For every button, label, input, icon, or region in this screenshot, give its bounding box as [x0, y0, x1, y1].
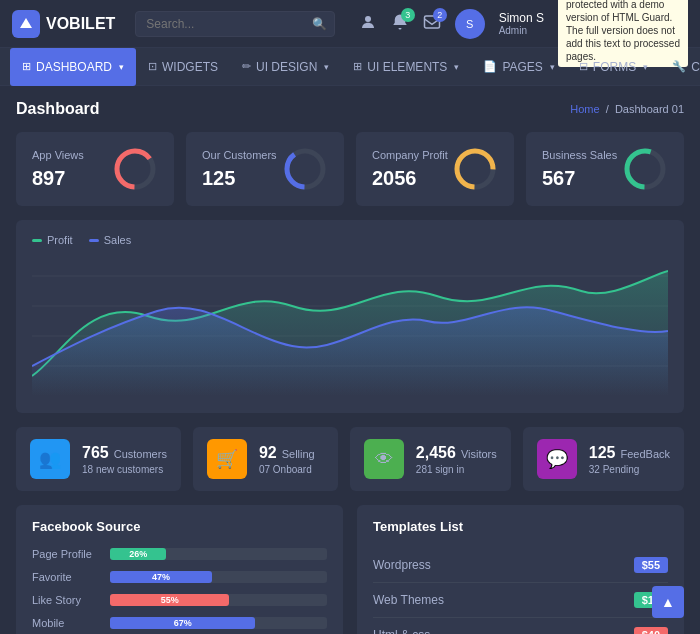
fb-bar-wrap: 67%	[110, 617, 327, 629]
nav-icon: ✏	[242, 60, 251, 73]
stat-card-0: App Views 897	[16, 132, 174, 206]
bottom-stat-0: 👥 765 Customers 18 new customers	[16, 427, 181, 491]
breadcrumb-home[interactable]: Home	[570, 103, 599, 115]
stat-label: Company Profit	[372, 149, 448, 161]
nav-arrow-icon: ▾	[643, 62, 648, 72]
bell-icon-btn[interactable]: 3	[391, 13, 409, 34]
legend-label: Profit	[47, 234, 73, 246]
fb-label: Like Story	[32, 594, 100, 606]
nav-arrow-icon: ▾	[324, 62, 329, 72]
mail-icon-btn[interactable]: 2	[423, 13, 441, 34]
fb-bar: 47%	[110, 571, 212, 583]
bstat-main: 765	[82, 444, 109, 462]
nav-item-ui-elements[interactable]: ⊞UI ELEMENTS▾	[341, 48, 471, 86]
fb-label: Favorite	[32, 571, 100, 583]
bstat-icon: 💬	[537, 439, 577, 479]
donut-chart	[452, 146, 498, 192]
page-title: Dashboard	[16, 100, 100, 118]
stat-label: Our Customers	[202, 149, 277, 161]
fb-row-3: Mobile 67%	[32, 617, 327, 629]
legend-item-profit: Profit	[32, 234, 73, 246]
nav-icon: 📄	[483, 60, 497, 73]
nav-label: FORMS	[593, 60, 636, 74]
bstat-main: 125	[589, 444, 616, 462]
lower-panels: Facebook Source Page Profile 26% Favorit…	[16, 505, 684, 634]
bstat-main: 2,456	[416, 444, 456, 462]
nav-arrow-icon: ▾	[550, 62, 555, 72]
fb-row-2: Like Story 55%	[32, 594, 327, 606]
stat-card-1: Our Customers 125	[186, 132, 344, 206]
donut-chart	[112, 146, 158, 192]
nav-icon: 🔧	[672, 60, 686, 73]
user-name: Simon S	[499, 11, 544, 25]
breadcrumb-current: Dashboard 01	[615, 103, 684, 115]
fb-label: Mobile	[32, 617, 100, 629]
bstat-sub: 18 new customers	[82, 464, 167, 475]
tpl-price: $40	[634, 627, 668, 634]
legend-dot	[89, 239, 99, 242]
nav-icon: ⊟	[579, 60, 588, 73]
mail-badge: 2	[433, 8, 447, 22]
fb-bar-wrap: 55%	[110, 594, 327, 606]
nav-item-dashboard[interactable]: ⊞DASHBOARD▾	[10, 48, 136, 86]
bstat-sub: 07 Onboard	[259, 464, 315, 475]
scroll-top-button[interactable]: ▲	[652, 586, 684, 618]
nav-item-widgets[interactable]: ⊡WIDGETS	[136, 48, 230, 86]
fb-bar-pct: 47%	[152, 572, 170, 582]
nav-label: PAGES	[502, 60, 542, 74]
content: Dashboard Home / Dashboard 01 App Views …	[0, 86, 700, 634]
donut-chart	[622, 146, 668, 192]
breadcrumb: Home / Dashboard 01	[570, 103, 684, 115]
logo-text: VOBILET	[46, 15, 115, 33]
bstat-icon: 🛒	[207, 439, 247, 479]
fb-bar: 67%	[110, 617, 255, 629]
nav-item-ui-design[interactable]: ✏UI DESIGN▾	[230, 48, 341, 86]
tpl-row-2: Html & css $40	[373, 618, 668, 634]
bstat-label: Visitors	[461, 448, 497, 460]
nav-item-pages[interactable]: 📄PAGES▾	[471, 48, 566, 86]
logo: VOBILET	[12, 10, 115, 38]
tpl-row-1: Web Themes $12	[373, 583, 668, 618]
nav-item-forms[interactable]: ⊟FORMS▾	[567, 48, 660, 86]
nav-icon: ⊞	[22, 60, 31, 73]
nav-label: UI DESIGN	[256, 60, 317, 74]
donut-chart	[282, 146, 328, 192]
user-info[interactable]: Simon S Admin	[499, 11, 544, 36]
bstat-main: 92	[259, 444, 277, 462]
nav-icon: ⊡	[148, 60, 157, 73]
stat-label: App Views	[32, 149, 84, 161]
avatar[interactable]: S	[455, 9, 485, 39]
bottom-stat-1: 🛒 92 Selling 07 Onboard	[193, 427, 338, 491]
bottom-stats: 👥 765 Customers 18 new customers 🛒 92 Se…	[16, 427, 684, 491]
templates-list-title: Templates List	[373, 519, 668, 534]
search-icon: 🔍	[312, 17, 327, 31]
templates-list-panel: Templates List Wordpress $55 Web Themes …	[357, 505, 684, 634]
bstat-icon: 👁	[364, 439, 404, 479]
logo-icon	[12, 10, 40, 38]
svg-marker-0	[20, 18, 32, 28]
fb-row-0: Page Profile 26%	[32, 548, 327, 560]
fb-bar-pct: 67%	[174, 618, 192, 628]
fb-bar: 55%	[110, 594, 229, 606]
fb-bar: 26%	[110, 548, 166, 560]
nav-icon: ⊞	[353, 60, 362, 73]
bstat-icon: 👥	[30, 439, 70, 479]
nav-label: COMPONENTS	[691, 60, 700, 74]
stat-card-2: Company Profit 2056	[356, 132, 514, 206]
nav-label: WIDGETS	[162, 60, 218, 74]
search-input[interactable]	[135, 11, 335, 37]
bstat-label: Customers	[114, 448, 167, 460]
nav-arrow-icon: ▾	[454, 62, 459, 72]
nav-item-components[interactable]: 🔧COMPONENTS▾	[660, 48, 700, 86]
fb-bar-wrap: 26%	[110, 548, 327, 560]
stat-cards: App Views 897 Our Customers 125 Company …	[16, 132, 684, 206]
legend-dot	[32, 239, 42, 242]
tpl-price: $55	[634, 557, 668, 573]
bstat-label: Selling	[282, 448, 315, 460]
fb-bar-wrap: 47%	[110, 571, 327, 583]
tpl-row-0: Wordpress $55	[373, 548, 668, 583]
fb-row-1: Favorite 47%	[32, 571, 327, 583]
user-icon-btn[interactable]	[359, 13, 377, 34]
navbar: ⊞DASHBOARD▾⊡WIDGETS✏UI DESIGN▾⊞UI ELEMEN…	[0, 48, 700, 86]
nav-label: DASHBOARD	[36, 60, 112, 74]
